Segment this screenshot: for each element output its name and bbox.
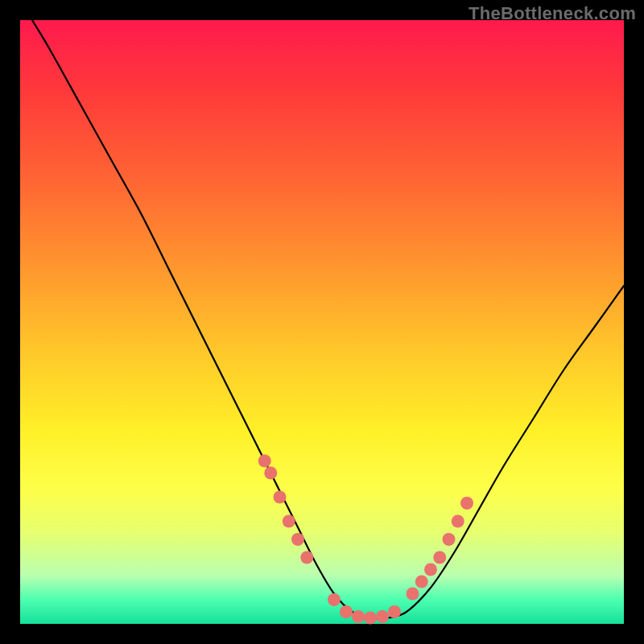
plot-area <box>20 20 624 624</box>
bottleneck-curve <box>32 20 624 618</box>
curve-marker <box>376 610 389 623</box>
marker-group <box>258 455 473 625</box>
curve-marker <box>433 551 446 564</box>
bottleneck-curve-svg <box>20 20 624 624</box>
curve-marker <box>352 610 365 623</box>
curve-marker <box>388 605 401 618</box>
curve-marker <box>415 576 428 588</box>
curve-marker <box>452 515 464 528</box>
curve-marker <box>424 564 437 576</box>
curve-marker <box>340 605 353 618</box>
chart-frame: TheBottleneck.com <box>0 0 644 644</box>
curve-marker <box>274 491 287 504</box>
curve-marker <box>300 551 313 564</box>
curve-marker <box>443 533 456 546</box>
curve-marker <box>258 455 271 468</box>
curve-marker <box>407 588 419 601</box>
curve-marker <box>460 497 473 510</box>
watermark-text: TheBottleneck.com <box>469 3 636 24</box>
curve-marker <box>364 612 377 625</box>
curve-marker <box>283 515 295 528</box>
curve-marker <box>264 467 277 480</box>
curve-marker <box>291 533 304 546</box>
curve-marker <box>328 593 341 606</box>
